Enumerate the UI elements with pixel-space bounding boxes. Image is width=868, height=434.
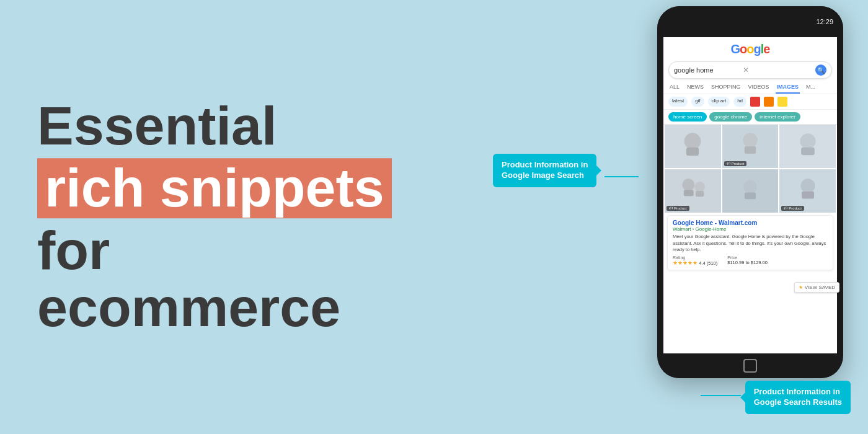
search-result-card: Google Home - Walmart.com Walmart › Goog… — [667, 215, 833, 270]
svg-rect-3 — [745, 146, 756, 154]
tab-videos[interactable]: VIDEOS — [747, 81, 771, 94]
filter-latest[interactable]: latest — [668, 97, 688, 107]
tab-shopping[interactable]: SHOPPING — [710, 81, 742, 94]
result-title[interactable]: Google Home - Walmart.com — [673, 219, 828, 226]
phone-time: 12:29 — [816, 18, 833, 25]
hero-line3: for ecommerce — [37, 222, 397, 337]
suggest-ie[interactable]: internet explorer — [755, 112, 800, 122]
filter-hd[interactable]: hd — [733, 97, 746, 107]
color-red[interactable] — [750, 97, 760, 107]
rating-value: 4.4 (510) — [699, 260, 717, 266]
image-cell-3[interactable] — [779, 125, 836, 168]
stars-row: ★★★★★ 4.4 (510) — [673, 260, 717, 266]
callout-image-search: Product Information inGoogle Image Searc… — [493, 154, 596, 187]
result-description: Meet your Google assistant. Google Home … — [673, 234, 828, 254]
nav-tabs: ALL NEWS SHOPPING VIDEOS IMAGES M... — [663, 81, 837, 94]
product-badge-2: Product — [724, 161, 747, 166]
rating-label: Rating — [673, 255, 717, 260]
svg-rect-9 — [696, 191, 704, 197]
hero-line1: Essential — [37, 97, 397, 154]
tab-all[interactable]: ALL — [668, 81, 681, 94]
phone-device: 12:29 Google google home ✕ 🔍 ALL NEWS SH… — [657, 6, 843, 378]
svg-rect-11 — [745, 193, 756, 200]
rating-price-row: Rating ★★★★★ 4.4 (510) Price $110.99 to … — [673, 255, 828, 266]
star-icons: ★★★★★ — [673, 260, 698, 266]
image-cell-6[interactable]: Product — [779, 169, 836, 213]
filter-clipart[interactable]: clip art — [708, 97, 730, 107]
svg-rect-7 — [684, 190, 694, 196]
tab-images[interactable]: IMAGES — [776, 81, 800, 94]
star-icon: ★ — [799, 285, 803, 290]
svg-point-4 — [800, 133, 815, 149]
search-query: google home — [674, 66, 743, 74]
image-cell-1[interactable] — [665, 125, 721, 168]
tab-more[interactable]: M... — [805, 81, 817, 94]
image-cell-2[interactable]: Product — [722, 125, 779, 168]
hero-line2: rich snippets — [37, 159, 392, 218]
color-orange[interactable] — [764, 97, 774, 107]
price-label: Price — [727, 255, 768, 260]
suggest-chrome[interactable]: google chrome — [709, 112, 752, 122]
google-logo: Google — [671, 42, 830, 56]
callout-search-results-text: Product Information inGoogle Search Resu… — [754, 387, 842, 407]
svg-point-6 — [683, 179, 695, 191]
svg-rect-1 — [686, 148, 699, 156]
search-icon[interactable]: 🔍 — [815, 64, 826, 76]
view-saved-badge: ★ VIEW SAVED — [794, 282, 839, 293]
result-url: Walmart › Google-Home — [673, 226, 828, 232]
filter-row: latest gif clip art hd — [663, 94, 837, 110]
svg-point-0 — [684, 133, 701, 149]
phone-bottom-bar — [663, 353, 837, 378]
connector-image-search — [604, 175, 642, 178]
tab-news[interactable]: NEWS — [686, 81, 705, 94]
svg-point-2 — [743, 133, 757, 147]
product-badge-4: Product — [666, 206, 689, 211]
suggestion-row: home screen google chrome internet explo… — [663, 110, 837, 125]
svg-point-10 — [743, 180, 757, 194]
svg-point-12 — [800, 179, 815, 193]
svg-rect-5 — [801, 148, 815, 156]
price-value: $110.99 to $129.00 — [727, 260, 768, 265]
filter-gif[interactable]: gif — [691, 97, 704, 107]
svg-rect-13 — [802, 192, 814, 199]
callout-search-results: Product Information inGoogle Search Resu… — [745, 381, 851, 414]
callout-image-search-text: Product Information inGoogle Image Searc… — [502, 160, 588, 180]
phone-status-bar: 12:29 — [657, 6, 843, 37]
hero-section: Essential rich snippets for ecommerce — [37, 97, 397, 337]
view-saved-label: VIEW SAVED — [805, 285, 835, 290]
images-grid: Product Product — [663, 125, 837, 213]
image-cell-5[interactable] — [722, 169, 779, 213]
suggest-home-screen[interactable]: home screen — [668, 112, 707, 122]
clear-icon[interactable]: ✕ — [743, 66, 812, 74]
search-bar[interactable]: google home ✕ 🔍 — [668, 61, 832, 79]
home-button[interactable] — [743, 359, 757, 373]
product-badge-6: Product — [781, 206, 804, 211]
svg-point-8 — [695, 182, 706, 192]
phone-screen: Google google home ✕ 🔍 ALL NEWS SHOPPING… — [663, 37, 837, 353]
rating-column: Rating ★★★★★ 4.4 (510) — [673, 255, 717, 266]
google-header: Google — [663, 37, 837, 59]
color-yellow[interactable] — [777, 97, 787, 107]
price-column: Price $110.99 to $129.00 — [727, 255, 768, 266]
image-cell-4[interactable]: Product — [665, 169, 721, 213]
